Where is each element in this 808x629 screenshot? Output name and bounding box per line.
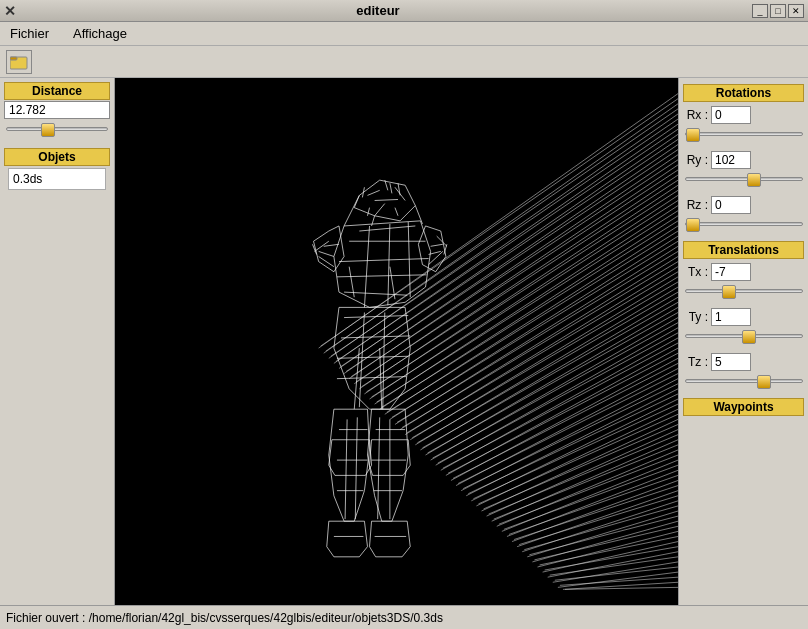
tz-row: Tz : (683, 353, 804, 371)
ty-row: Ty : (683, 308, 804, 326)
menu-fichier[interactable]: Fichier (4, 24, 55, 43)
rz-slider-container (685, 217, 802, 234)
ty-label: Ty : (683, 310, 711, 324)
distance-slider[interactable] (6, 122, 108, 136)
tx-row: Tx : (683, 263, 804, 281)
objets-list: 0.3ds (8, 168, 106, 190)
waypoints-label: Waypoints (683, 398, 804, 416)
menu-bar: Fichier Affichage (0, 22, 808, 46)
status-text: Fichier ouvert : /home/florian/42gl_bis/… (6, 611, 443, 625)
ry-slider[interactable] (685, 172, 803, 186)
rx-row: Rx : (683, 106, 804, 124)
rotations-label: Rotations (683, 84, 804, 102)
distance-label: Distance (4, 82, 110, 100)
rx-slider-container (685, 127, 802, 144)
tx-slider-container (685, 284, 802, 301)
title-bar: ✕ editeur _ □ ✕ (0, 0, 808, 22)
translations-label: Translations (683, 241, 804, 259)
rx-label: Rx : (683, 108, 711, 122)
viewport[interactable] (115, 78, 678, 605)
ry-slider-container (685, 172, 802, 189)
right-panel: Rotations Rx : Ry : Rz : Translations Tx… (678, 78, 808, 605)
ry-label: Ry : (683, 153, 711, 167)
objets-section: Objets 0.3ds (4, 148, 110, 192)
tx-input[interactable] (711, 263, 751, 281)
left-panel: Distance 12.782 Objets 0.3ds (0, 78, 115, 605)
open-file-button[interactable] (6, 50, 32, 74)
rz-label: Rz : (683, 198, 711, 212)
ty-input[interactable] (711, 308, 751, 326)
minimize-button[interactable]: _ (752, 4, 768, 18)
ty-slider[interactable] (685, 329, 803, 343)
tz-slider-container (685, 374, 802, 391)
ry-row: Ry : (683, 151, 804, 169)
wireframe-display (115, 78, 678, 605)
window-title: editeur (4, 3, 752, 18)
distance-value: 12.782 (4, 101, 110, 119)
rz-slider[interactable] (685, 217, 803, 231)
ty-slider-container (685, 329, 802, 346)
distance-slider-container (6, 122, 108, 139)
ry-input[interactable] (711, 151, 751, 169)
tx-label: Tx : (683, 265, 711, 279)
main-area: Distance 12.782 Objets 0.3ds (0, 78, 808, 605)
folder-icon (10, 54, 28, 70)
objets-item: 0.3ds (13, 172, 101, 186)
close-button[interactable]: ✕ (788, 4, 804, 18)
title-controls: _ □ ✕ (752, 4, 804, 18)
rx-slider[interactable] (685, 127, 803, 141)
rz-input[interactable] (711, 196, 751, 214)
tz-input[interactable] (711, 353, 751, 371)
svg-rect-2 (115, 94, 678, 590)
tz-slider[interactable] (685, 374, 803, 388)
svg-rect-1 (10, 57, 17, 60)
tz-label: Tz : (683, 355, 711, 369)
status-bar: Fichier ouvert : /home/florian/42gl_bis/… (0, 605, 808, 629)
close-x-icon[interactable]: ✕ (4, 3, 16, 19)
menu-affichage[interactable]: Affichage (67, 24, 133, 43)
objets-label: Objets (4, 148, 110, 166)
toolbar (0, 46, 808, 78)
rz-row: Rz : (683, 196, 804, 214)
distance-section: Distance 12.782 (4, 82, 110, 142)
rx-input[interactable] (711, 106, 751, 124)
tx-slider[interactable] (685, 284, 803, 298)
maximize-button[interactable]: □ (770, 4, 786, 18)
